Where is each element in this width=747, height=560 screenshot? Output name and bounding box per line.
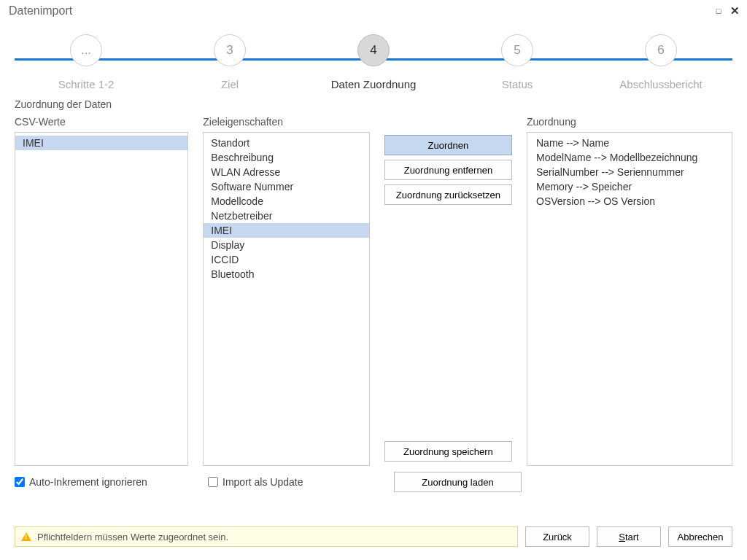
import-update-checkbox[interactable]: Import als Update (208, 476, 379, 488)
list-item[interactable]: ICCID (204, 252, 369, 267)
step-daten-zuordnung[interactable]: 4 Daten Zuordnung (302, 34, 445, 90)
message-text: Pflichtfeldern müssen Werte zugeordnet s… (37, 532, 228, 542)
list-item[interactable]: Software Nummer (204, 179, 369, 194)
window-title: Datenimport (9, 4, 709, 18)
load-mapping-button[interactable]: Zuordnung laden (394, 472, 522, 492)
step-circle: 4 (357, 34, 390, 66)
csv-listbox[interactable]: IMEI (15, 132, 188, 466)
map-button[interactable]: Zuordnen (384, 135, 512, 155)
checkbox-label: Auto-Inkrement ignorieren (29, 476, 147, 488)
step-circle: 6 (645, 34, 677, 66)
warning-icon (21, 532, 31, 541)
reset-mapping-button[interactable]: Zuordnung zurücksetzen (384, 184, 512, 205)
list-item[interactable]: Beschreibung (204, 150, 369, 165)
step-abschluss[interactable]: 6 Abschlussbericht (589, 34, 732, 90)
checkbox-input[interactable] (15, 477, 25, 487)
step-label: Abschlussbericht (589, 78, 732, 90)
validation-message: Pflichtfeldern müssen Werte zugeordnet s… (15, 526, 518, 547)
list-item[interactable]: Bluetooth (204, 267, 369, 281)
step-circle: 5 (501, 34, 533, 66)
step-label: Schritte 1-2 (15, 78, 158, 90)
list-item[interactable]: IMEI (204, 223, 369, 238)
step-label: Status (446, 78, 589, 90)
mapping-header: Zuordnung (527, 116, 732, 132)
target-header: Zieleigenschaften (203, 116, 370, 132)
start-button[interactable]: Start (597, 526, 661, 547)
csv-header: CSV-Werte (15, 116, 188, 132)
unmap-button[interactable]: Zuordnung entfernen (384, 160, 512, 180)
list-item[interactable]: Modellcode (204, 194, 369, 209)
list-item[interactable]: WLAN Adresse (204, 165, 369, 179)
step-status[interactable]: 5 Status (446, 34, 589, 90)
cancel-button[interactable]: Abbrechen (668, 526, 732, 547)
save-mapping-button[interactable]: Zuordnung speichern (384, 441, 512, 462)
step-circle: 3 (214, 34, 246, 66)
list-item[interactable]: Netzbetreiber (204, 209, 369, 223)
mapping-row[interactable]: SerialNumber --> Seriennummer (527, 165, 732, 179)
step-ziel[interactable]: 3 Ziel (158, 34, 301, 90)
checkbox-label: Import als Update (222, 476, 303, 488)
mapping-listbox[interactable]: Name --> Name ModelName --> Modellbezeic… (527, 132, 732, 466)
section-title: Zuordnung der Daten (0, 90, 747, 116)
checkbox-input[interactable] (208, 477, 218, 487)
step-circle: ... (70, 34, 102, 66)
target-listbox[interactable]: Standort Beschreibung WLAN Adresse Softw… (203, 132, 370, 466)
auto-increment-checkbox[interactable]: Auto-Inkrement ignorieren (15, 476, 193, 488)
wizard-stepper: ... Schritte 1-2 3 Ziel 4 Daten Zuordnun… (0, 22, 747, 90)
titlebar: Datenimport □ ✕ (0, 0, 747, 22)
mapping-row[interactable]: Name --> Name (527, 136, 732, 150)
back-button[interactable]: Zurück (525, 526, 589, 547)
close-icon[interactable]: ✕ (728, 4, 741, 18)
step-label: Ziel (158, 78, 301, 90)
list-item[interactable]: IMEI (15, 136, 187, 150)
step-label: Daten Zuordnung (302, 78, 445, 90)
list-item[interactable]: Display (204, 238, 369, 252)
mapping-row[interactable]: ModelName --> Modellbezeichnung (527, 150, 732, 165)
mapping-row[interactable]: OSVersion --> OS Version (527, 194, 732, 209)
maximize-icon[interactable]: □ (712, 7, 725, 15)
mapping-row[interactable]: Memory --> Speicher (527, 179, 732, 194)
list-item[interactable]: Standort (204, 136, 369, 150)
step-1-2[interactable]: ... Schritte 1-2 (15, 34, 158, 90)
